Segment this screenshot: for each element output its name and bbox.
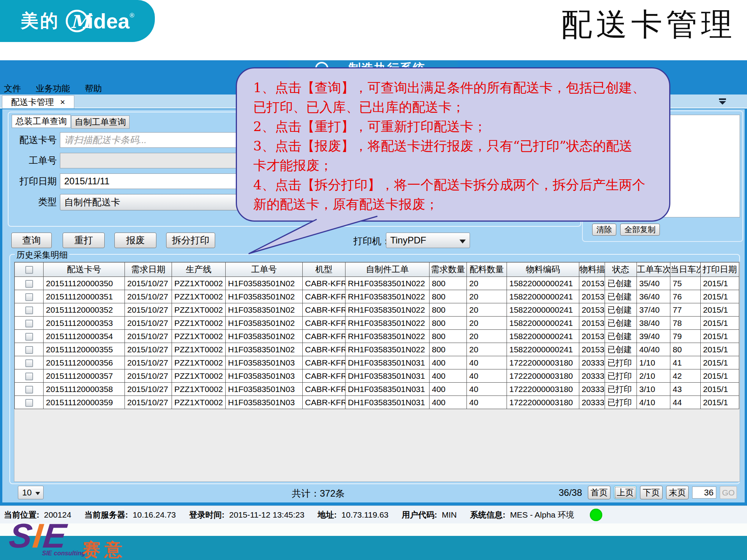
row-checkbox-cell	[15, 290, 44, 303]
printer-dropdown-value: TinyPDF	[390, 235, 426, 246]
column-header[interactable]: 机型	[303, 262, 345, 277]
first-page-button[interactable]: 首页	[588, 486, 610, 499]
cell-demand-qty: 400	[430, 396, 467, 409]
tab-selfmade-order-query[interactable]: 自制工单查询	[71, 116, 130, 129]
row-checkbox[interactable]	[25, 399, 33, 407]
cell-material-code: 15822000000241	[507, 277, 579, 290]
column-header[interactable]: 自制件工单	[345, 262, 430, 277]
query-button[interactable]: 查询	[11, 233, 52, 248]
cell-demand-date: 2015/10/27	[125, 330, 172, 343]
cell-demand-qty: 800	[430, 277, 467, 290]
tab-overflow-icon[interactable]	[719, 98, 726, 105]
cell-material-desc: 201532	[579, 277, 605, 290]
cell-card-no: 201511120000356	[44, 356, 125, 369]
table-row[interactable]: 201511120000352 2015/10/27 PZZ1XT0002 H1…	[15, 303, 739, 317]
row-checkbox[interactable]	[25, 306, 33, 314]
print-date-input[interactable]	[60, 173, 251, 189]
cell-material-qty: 20	[467, 303, 507, 317]
cell-model: CABR-KFR2	[303, 290, 345, 303]
next-page-button[interactable]: 下页	[640, 486, 663, 499]
cell-prod-line: PZZ1XT0002	[172, 303, 226, 317]
cell-material-code: 17222000003180	[507, 369, 579, 383]
clear-button[interactable]: 清除	[592, 224, 616, 236]
cell-order-trip: 35/40	[637, 277, 670, 290]
status-item: 系统信息:MES - Alpha 环境	[470, 509, 574, 520]
cell-day-trip: 44	[670, 396, 701, 409]
cell-demand-date: 2015/10/27	[125, 383, 172, 396]
tab-assembly-order-query[interactable]: 总装工单查询	[12, 115, 71, 128]
reprint-button[interactable]: 重打	[63, 233, 105, 248]
annotation-line: 新的配送卡，原有配送卡报废；	[253, 194, 658, 214]
column-header[interactable]: 生产线	[172, 262, 226, 277]
menu-item[interactable]: 帮助	[85, 83, 102, 94]
row-checkbox[interactable]	[25, 386, 33, 394]
column-header[interactable]: 状态	[605, 262, 637, 277]
column-header[interactable]: 当日车次	[670, 262, 701, 277]
row-checkbox[interactable]	[25, 333, 33, 341]
cell-prod-line: PZZ1XT0002	[172, 330, 226, 343]
table-row[interactable]: 201511120000353 2015/10/27 PZZ1XT0002 H1…	[15, 317, 739, 330]
row-checkbox[interactable]	[25, 320, 33, 327]
tab-overflow-bar	[719, 98, 726, 100]
cell-material-desc: 203332	[579, 396, 605, 409]
row-checkbox[interactable]	[25, 346, 33, 354]
printer-dropdown[interactable]: TinyPDF	[386, 233, 470, 248]
cell-material-desc: 201532	[579, 343, 605, 356]
copy-all-button[interactable]: 全部复制	[620, 224, 660, 236]
cell-material-code: 15822000000241	[507, 317, 579, 330]
cell-day-trip: 76	[670, 290, 701, 303]
row-checkbox[interactable]	[25, 280, 33, 288]
cell-work-order: H1F03583501N02	[226, 303, 303, 317]
table-row[interactable]: 201511120000350 2015/10/27 PZZ1XT0002 H1…	[15, 277, 739, 290]
cell-work-order: H1F03583501N02	[226, 277, 303, 290]
column-header[interactable]: 需求数量	[430, 262, 467, 277]
select-all-checkbox[interactable]	[25, 266, 33, 274]
table-row[interactable]: 201511120000359 2015/10/27 PZZ1XT0002 H1…	[15, 396, 739, 409]
column-header[interactable]: 工单车次	[637, 262, 670, 277]
table-row[interactable]: 201511120000357 2015/10/27 PZZ1XT0002 H1…	[15, 369, 739, 383]
chevron-down-icon	[35, 492, 40, 495]
last-page-button[interactable]: 末页	[666, 486, 689, 499]
history-table: 配送卡号需求日期生产线工单号机型自制件工单需求数量配料数量物料编码物料描述状态工…	[14, 262, 739, 409]
cell-day-trip: 75	[670, 277, 701, 290]
table-row[interactable]: 201511120000354 2015/10/27 PZZ1XT0002 H1…	[15, 330, 739, 343]
goto-page-input[interactable]	[692, 486, 716, 499]
close-icon[interactable]: ×	[60, 97, 65, 107]
column-header[interactable]: 工单号	[226, 262, 303, 277]
column-header[interactable]: 物料描述	[579, 262, 605, 277]
cell-card-no: 201511120000354	[44, 330, 125, 343]
cell-material-qty: 20	[467, 277, 507, 290]
cell-work-order: H1F03583501N03	[226, 369, 303, 383]
table-row[interactable]: 201511120000351 2015/10/27 PZZ1XT0002 H1…	[15, 290, 739, 303]
scrap-button[interactable]: 报废	[114, 233, 156, 248]
table-row[interactable]: 201511120000358 2015/10/27 PZZ1XT0002 H1…	[15, 383, 739, 396]
menu-item[interactable]: 文件	[4, 83, 21, 94]
row-checkbox[interactable]	[25, 373, 33, 380]
column-header[interactable]: 打印日期	[701, 262, 739, 277]
column-header[interactable]: 物料编码	[507, 262, 579, 277]
page-size-dropdown[interactable]: 10	[18, 486, 44, 499]
prev-page-button[interactable]: 上页	[614, 486, 637, 499]
cell-day-trip: 43	[670, 383, 701, 396]
column-header[interactable]: 配料数量	[467, 262, 507, 277]
table-row[interactable]: 201511120000356 2015/10/27 PZZ1XT0002 H1…	[15, 356, 739, 369]
status-indicator-dot	[590, 509, 602, 521]
row-checkbox[interactable]	[25, 293, 33, 301]
menu-item[interactable]: 业务功能	[36, 83, 70, 94]
table-row[interactable]: 201511120000355 2015/10/27 PZZ1XT0002 H1…	[15, 343, 739, 356]
split-print-button[interactable]: 拆分打印	[166, 233, 215, 248]
cell-selfmade-order: DH1F03583501N031	[345, 369, 430, 383]
cell-selfmade-order: DH1F03583501N031	[345, 383, 430, 396]
cell-day-trip: 80	[670, 343, 701, 356]
column-header[interactable]: 需求日期	[125, 262, 172, 277]
tab-delivery-card-management[interactable]: 配送卡管理 ×	[2, 95, 74, 108]
go-button[interactable]: GO	[720, 486, 737, 499]
annotation-line: 已打印、已入库、已出库的配送卡；	[253, 97, 658, 117]
cell-prod-line: PZZ1XT0002	[172, 396, 226, 409]
cell-print-date: 2015/1	[701, 303, 739, 317]
column-header[interactable]: 配送卡号	[44, 262, 125, 277]
cell-model: CABR-KFR2	[303, 369, 345, 383]
pager-controls: 36/38 首页 上页 下页 末页 GO	[559, 486, 737, 499]
cell-day-trip: 77	[670, 303, 701, 317]
row-checkbox[interactable]	[25, 359, 33, 367]
